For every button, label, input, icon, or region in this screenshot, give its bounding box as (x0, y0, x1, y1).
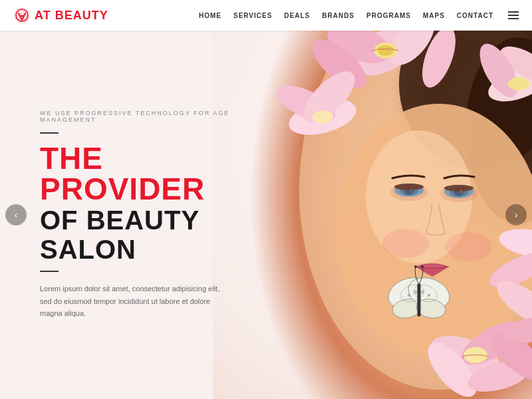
svg-point-57 (421, 265, 424, 268)
nav-deals[interactable]: DEALS (284, 12, 310, 19)
brand-name: AT BEAUTY (35, 9, 108, 23)
svg-point-56 (414, 265, 417, 268)
arrow-left-icon: ‹ (15, 209, 18, 220)
hamburger-menu[interactable] (508, 11, 519, 19)
arrow-right-icon: › (515, 209, 518, 220)
hero-tagline: WE USE PROGRESSIVE TECHNOLOGY FOR AGE MA… (40, 110, 239, 123)
nav-contact[interactable]: CONTACT (457, 12, 493, 19)
svg-point-17 (446, 232, 492, 261)
nav-brands[interactable]: BRANDS (322, 12, 354, 19)
svg-point-16 (382, 229, 429, 258)
carousel-prev-button[interactable]: ‹ (5, 204, 27, 225)
svg-point-53 (408, 294, 410, 297)
svg-point-19 (440, 185, 477, 202)
nav-programs[interactable]: PROGRAMS (366, 12, 411, 19)
logo-icon (13, 7, 31, 24)
header: AT BEAUTY HOME SERVICES DEALS BRANDS PRO… (0, 0, 532, 31)
svg-point-51 (414, 290, 418, 294)
svg-point-18 (390, 184, 428, 201)
svg-point-34 (312, 110, 333, 124)
logo[interactable]: AT BEAUTY (13, 7, 108, 24)
hero-divider-bottom (40, 271, 59, 272)
nav-maps[interactable]: MAPS (423, 12, 445, 19)
hero-divider-top (40, 132, 59, 134)
hero-description: Lorem ipsum dolor sit amet, consectetur … (40, 283, 226, 320)
main-nav: HOME SERVICES DEALS BRANDS PROGRAMS MAPS… (199, 11, 519, 19)
svg-point-30 (508, 77, 529, 90)
hero-title-black: OF BEAUTY SALON (40, 205, 239, 264)
nav-services[interactable]: SERVICES (233, 12, 272, 19)
svg-rect-55 (418, 283, 421, 317)
nav-home[interactable]: HOME (199, 12, 221, 19)
hero-content: WE USE PROGRESSIVE TECHNOLOGY FOR AGE MA… (0, 110, 279, 320)
carousel-next-button[interactable]: › (505, 204, 527, 225)
svg-point-52 (420, 290, 424, 294)
svg-point-54 (428, 294, 430, 297)
hero-section: WE USE PROGRESSIVE TECHNOLOGY FOR AGE MA… (0, 31, 532, 399)
hero-title-red: THE PROVIDER (40, 143, 239, 204)
svg-point-26 (378, 45, 394, 56)
